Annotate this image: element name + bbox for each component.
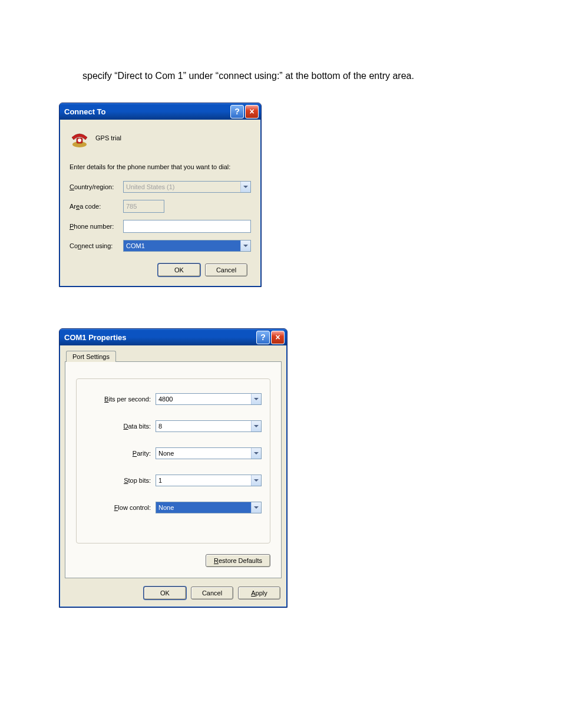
cancel-button[interactable]: Cancel: [205, 263, 247, 276]
titlebar: Connect To ? ×: [59, 103, 261, 120]
tab-port-settings[interactable]: Port Settings: [66, 351, 116, 362]
stop-bits-label: Stop bits:: [124, 477, 151, 484]
dial-instruction: Enter details for the phone number that …: [70, 163, 251, 170]
area-code-input[interactable]: [123, 200, 164, 213]
ok-button[interactable]: OK: [158, 263, 200, 276]
connect-to-dialog: Connect To ? × GPS trial Enter details f: [59, 103, 262, 287]
help-button[interactable]: ?: [256, 331, 270, 344]
apply-button[interactable]: Apply: [238, 587, 280, 599]
bits-per-second-select[interactable]: [156, 393, 262, 405]
svg-point-2: [78, 139, 81, 142]
stop-bits-select[interactable]: [156, 475, 262, 486]
titlebar: COM1 Properties ? ×: [59, 329, 287, 345]
close-button[interactable]: ×: [271, 331, 285, 344]
ok-button[interactable]: OK: [144, 587, 186, 599]
close-button[interactable]: ×: [245, 105, 259, 118]
phone-number-input[interactable]: [123, 220, 251, 233]
com1-properties-dialog: COM1 Properties ? × Port Settings Bits p…: [59, 328, 287, 608]
connection-name: GPS trial: [95, 134, 121, 141]
phone-icon: [70, 128, 90, 148]
bits-per-second-label: Bits per second:: [104, 396, 151, 403]
country-select[interactable]: [123, 181, 251, 193]
flow-control-label: Flow control:: [114, 504, 151, 511]
help-button[interactable]: ?: [230, 105, 244, 118]
dialog-title: COM1 Properties: [64, 333, 256, 342]
area-code-label: Area code:: [70, 203, 120, 210]
cancel-button[interactable]: Cancel: [191, 587, 233, 599]
restore-defaults-button[interactable]: Restore Defaults: [206, 554, 270, 567]
dialog-title: Connect To: [64, 107, 230, 116]
parity-select[interactable]: [156, 447, 262, 459]
data-bits-label: Data bits:: [124, 423, 151, 430]
flow-control-select[interactable]: [156, 502, 262, 513]
country-label: Country/region:: [70, 183, 120, 190]
connect-using-label: Connect using:: [70, 242, 120, 249]
page-instruction: specify “Direct to Com 1” under “connect…: [59, 71, 503, 81]
connect-using-select[interactable]: [123, 240, 251, 252]
parity-label: Parity:: [133, 450, 151, 457]
phone-number-label: Phone number:: [70, 223, 120, 230]
data-bits-select[interactable]: [156, 420, 262, 432]
